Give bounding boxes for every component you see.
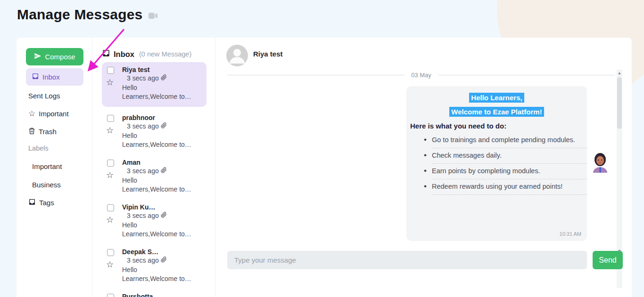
message-time: 3 secs ago — [127, 74, 159, 82]
message-time: 3 secs ago — [127, 256, 159, 265]
message-summary: prabhnoor 3 secs ago HelloLearners,Welco… — [122, 114, 202, 149]
video-camera-icon — [149, 12, 158, 21]
inbox-icon — [28, 198, 36, 207]
compose-label: Compose — [45, 53, 75, 61]
send-button[interactable]: Send — [593, 251, 623, 269]
label-item-important[interactable]: Important — [32, 161, 62, 172]
star-icon[interactable]: ☆ — [106, 259, 114, 270]
star-icon[interactable]: ☆ — [106, 77, 114, 88]
message-summary: Purshotta… 3 secs ago HelloLearners,Welc… — [122, 293, 202, 297]
date-label: 03 May — [411, 72, 431, 79]
highlighted-line: Hello Learners, — [410, 93, 583, 103]
sidebar-item-tags[interactable]: Tags — [28, 197, 54, 208]
page-header: Manage Messages — [17, 7, 158, 23]
message-list-item[interactable]: ☆ Vipin Ku… 3 secs ago HelloLearners,Wel… — [102, 200, 206, 241]
trash-icon — [28, 127, 35, 136]
message-time: 3 secs ago — [127, 167, 159, 175]
message-preview: HelloLearners,Welcome to… — [122, 176, 202, 194]
date-divider: 03 May — [227, 72, 615, 79]
message-list-header: Inbox (0 new Message) — [102, 49, 191, 59]
message-time: 3 secs ago — [127, 211, 159, 220]
sender-name: Aman — [122, 159, 202, 167]
inbox-icon — [32, 72, 39, 81]
sidebar-item-sent-logs[interactable]: Sent Logs — [28, 90, 60, 101]
sender-name: Deepak S… — [122, 248, 202, 256]
message-preview: HelloLearners,Welcome to… — [122, 131, 202, 149]
sidebar-item-trash[interactable]: Trash — [28, 126, 57, 137]
message-summary: Riya test 3 secs ago HelloLearners,Welco… — [122, 66, 202, 101]
message-summary: Aman 3 secs ago HelloLearners,Welcome to… — [122, 159, 202, 194]
message-list-column: Inbox (0 new Message) ☆ Riya test 3 secs… — [92, 38, 215, 297]
message-list-item[interactable]: ☆ prabhnoor 3 secs ago HelloLearners,Wel… — [102, 110, 206, 152]
message-checkbox[interactable] — [107, 67, 114, 74]
sender-name: Vipin Ku… — [122, 203, 202, 211]
sidebar-item-label: Important — [39, 110, 68, 118]
message-input[interactable] — [227, 251, 587, 269]
paperclip-icon — [161, 167, 167, 175]
message-checkbox[interactable] — [107, 294, 114, 297]
sidebar: Compose Inbox Sent Logs ☆ Important Tras… — [17, 38, 92, 297]
message-heading: Here is what you need to do: — [410, 122, 583, 130]
bullet-item: Check messages daily. — [432, 152, 587, 164]
sender-name: Purshotta… — [122, 293, 202, 297]
message-preview: HelloLearners,Welcome to… — [122, 221, 202, 239]
labels-section-header: Labels — [28, 144, 49, 152]
message-bubble: Hello Learners, Welcome to Ezae Platform… — [406, 86, 587, 241]
message-time: 3 secs ago — [127, 122, 159, 130]
sidebar-item-label: Trash — [39, 128, 57, 136]
chat-panel: Riya test 03 May Hello Learners, Welcome… — [215, 38, 632, 297]
sidebar-item-label: Tags — [39, 199, 54, 207]
sender-avatar-emoji — [591, 152, 609, 176]
page-title: Manage Messages — [17, 7, 142, 23]
star-icon[interactable]: ☆ — [106, 215, 114, 225]
message-summary: Deepak S… 3 secs ago HelloLearners,Welco… — [122, 248, 202, 283]
sender-name: Riya test — [122, 66, 202, 74]
message-list-item[interactable]: ☆ Riya test 3 secs ago HelloLearners,Wel… — [102, 62, 206, 107]
label-text: Important — [32, 162, 62, 170]
paperclip-icon — [161, 122, 167, 130]
star-icon[interactable]: ☆ — [106, 170, 114, 180]
message-list-item[interactable]: ☆ Deepak S… 3 secs ago HelloLearners,Wel… — [102, 244, 206, 286]
star-icon: ☆ — [28, 110, 35, 118]
inbox-icon — [102, 49, 110, 59]
new-message-count: (0 new Message) — [139, 50, 191, 58]
sidebar-item-inbox[interactable]: Inbox — [26, 68, 83, 86]
message-list: ☆ Riya test 3 secs ago HelloLearners,Wel… — [102, 62, 206, 297]
message-list-item[interactable]: ☆ Purshotta… 3 secs ago HelloLearners,We… — [102, 289, 206, 297]
scroll-up-arrow-icon[interactable] — [618, 72, 621, 74]
message-checkbox[interactable] — [107, 160, 114, 167]
label-text: Business — [32, 181, 61, 189]
contact-name: Riya test — [253, 50, 283, 58]
paperclip-icon — [161, 256, 167, 265]
message-list-item[interactable]: ☆ Aman 3 secs ago HelloLearners,Welcome … — [102, 155, 206, 196]
sidebar-item-important[interactable]: ☆ Important — [28, 108, 69, 119]
bullet-item: Earn points by completing modules. — [432, 167, 587, 179]
message-bullet-list: Go to trainings and complete pending mod… — [432, 136, 583, 195]
scrollbar-thumb[interactable] — [617, 77, 622, 129]
bullet-item: Redeem rewards using your earned points! — [432, 183, 587, 195]
paperclip-icon — [161, 211, 167, 220]
message-preview: HelloLearners,Welcome to… — [122, 265, 202, 283]
contact-avatar — [226, 45, 248, 68]
paperclip-icon — [161, 74, 167, 82]
message-timestamp: 10:31 AM — [560, 231, 581, 237]
message-checkbox[interactable] — [107, 204, 114, 211]
highlighted-line: Welcome to Ezae Platform! — [410, 107, 583, 117]
sidebar-item-label: Inbox — [42, 73, 60, 81]
message-checkbox[interactable] — [107, 249, 114, 256]
main-panel: Compose Inbox Sent Logs ☆ Important Tras… — [17, 38, 632, 297]
compose-button[interactable]: Compose — [26, 48, 83, 65]
star-icon[interactable]: ☆ — [106, 125, 114, 136]
sidebar-item-label: Sent Logs — [28, 92, 60, 100]
message-checkbox[interactable] — [107, 115, 114, 122]
bullet-item: Go to trainings and complete pending mod… — [432, 136, 587, 148]
paper-plane-icon — [34, 52, 41, 61]
message-preview: HelloLearners,Welcome to… — [122, 83, 202, 101]
message-summary: Vipin Ku… 3 secs ago HelloLearners,Welco… — [122, 203, 202, 239]
label-item-business[interactable]: Business — [32, 179, 61, 190]
list-title: Inbox — [114, 50, 134, 59]
sender-name: prabhnoor — [122, 114, 202, 122]
